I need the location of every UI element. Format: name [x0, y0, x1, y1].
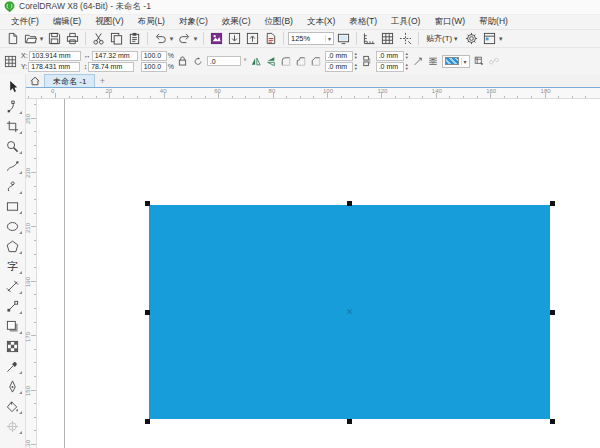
connector-tool[interactable]	[2, 296, 24, 316]
corner-radius-bl-field[interactable]: .0 mm	[325, 62, 353, 72]
scale-fields: 100.0% 100.0%	[141, 51, 174, 72]
freehand-tool[interactable]	[2, 156, 24, 176]
outline-width-select[interactable]: ▾	[442, 55, 470, 68]
corner-radius-br-field[interactable]: .0 mm	[376, 62, 404, 72]
menu-item-11[interactable]: 帮助(H)	[472, 15, 515, 29]
stepper-icon[interactable]: ▲▼	[405, 63, 409, 71]
menu-item-9[interactable]: 工具(O)	[384, 15, 427, 29]
show-grid-icon[interactable]	[379, 31, 396, 47]
horizontal-ruler[interactable]: 020406080100120140160180	[26, 88, 600, 99]
stepper-icon[interactable]: ▲▼	[354, 63, 358, 71]
fill-tool[interactable]	[2, 396, 24, 416]
pick-tool[interactable]	[2, 76, 24, 96]
selection-handle[interactable]	[550, 310, 555, 315]
home-icon[interactable]	[26, 74, 44, 87]
document-tab-bar: 未命名 -1 +	[26, 74, 600, 88]
drawing-canvas[interactable]: ✕	[37, 99, 600, 448]
open-folder-icon[interactable]	[22, 31, 39, 47]
ruler-tick	[341, 96, 342, 98]
object-position-grid-icon[interactable]	[3, 54, 18, 68]
selection-handle[interactable]	[550, 419, 555, 424]
import-icon[interactable]	[226, 31, 243, 47]
show-guidelines-icon[interactable]	[397, 31, 414, 47]
scale-h-field[interactable]: 100.0	[141, 51, 167, 61]
edit-corners-together-icon[interactable]	[361, 56, 373, 67]
menu-item-2[interactable]: 视图(V)	[88, 15, 130, 29]
application-launcher-icon[interactable]	[481, 31, 498, 47]
print-icon[interactable]	[64, 31, 81, 47]
zoom-tool[interactable]	[2, 136, 24, 156]
menu-item-6[interactable]: 位图(B)	[258, 15, 300, 29]
save-icon[interactable]	[46, 31, 63, 47]
snap-to-dropdown[interactable]: 贴齐(T)▾	[423, 31, 462, 46]
ruler-label: 0	[51, 88, 54, 94]
scalloped-corner-icon[interactable]	[295, 56, 307, 67]
corner-radius-tr-field[interactable]: .0 mm	[376, 51, 404, 61]
menu-item-0[interactable]: 文件(F)	[4, 15, 46, 29]
x-position-field[interactable]: 103.914 mm	[29, 51, 81, 61]
ellipse-tool[interactable]	[2, 216, 24, 236]
menu-item-4[interactable]: 对象(C)	[172, 15, 215, 29]
text-tool[interactable]: 字	[2, 256, 24, 276]
selection-handle[interactable]	[347, 419, 352, 424]
object-width-field[interactable]: 147.32 mm	[92, 51, 138, 61]
rotation-angle-field[interactable]: .0	[207, 56, 241, 66]
copy-icon[interactable]	[108, 31, 125, 47]
mirror-horizontal-icon[interactable]	[250, 56, 262, 67]
drop-shadow-tool[interactable]	[2, 316, 24, 336]
chamfered-corner-icon[interactable]	[310, 56, 322, 67]
selection-handle[interactable]	[145, 310, 150, 315]
color-eyedropper-tool[interactable]	[2, 356, 24, 376]
ruler-tick	[41, 96, 42, 98]
zoom-level-select[interactable]: 125%▾	[288, 32, 334, 45]
quick-customize-icon[interactable]	[473, 56, 485, 67]
menu-item-8[interactable]: 表格(T)	[342, 15, 384, 29]
object-height-field[interactable]: 78.74 mm	[88, 62, 134, 72]
menu-item-7[interactable]: 文本(X)	[300, 15, 342, 29]
window-title: CorelDRAW X8 (64-Bit) - 未命名 -1	[19, 1, 151, 13]
rectangle-tool[interactable]	[2, 196, 24, 216]
undo-icon[interactable]	[152, 31, 169, 47]
menu-item-5[interactable]: 效果(C)	[215, 15, 258, 29]
selection-handle[interactable]	[550, 201, 555, 206]
outline-pen-tool[interactable]	[2, 376, 24, 396]
mirror-vertical-icon[interactable]	[265, 56, 277, 67]
ruler-tick	[232, 96, 233, 98]
selection-handle[interactable]	[145, 201, 150, 206]
fullscreen-preview-icon[interactable]	[335, 31, 352, 47]
shape-tool[interactable]	[2, 96, 24, 116]
round-corner-icon[interactable]	[280, 56, 292, 67]
ruler-tick	[31, 118, 36, 119]
stepper-icon[interactable]: ▲▼	[405, 52, 409, 60]
export-icon[interactable]	[244, 31, 261, 47]
polygon-tool[interactable]	[2, 236, 24, 256]
menu-item-1[interactable]: 编辑(E)	[46, 15, 88, 29]
lock-ratio-icon[interactable]	[177, 56, 189, 67]
parallel-dimension-tool[interactable]	[2, 276, 24, 296]
show-rulers-icon[interactable]	[361, 31, 378, 47]
y-position-field[interactable]: 178.431 mm	[28, 62, 80, 72]
corner-radius-tl-field[interactable]: .0 mm	[325, 51, 353, 61]
cut-icon[interactable]	[90, 31, 107, 47]
new-document-icon[interactable]	[4, 31, 21, 47]
interactive-fill-tool[interactable]	[2, 416, 24, 436]
selection-handle[interactable]	[145, 419, 150, 424]
scale-v-field[interactable]: 100.0	[141, 62, 167, 72]
wrap-paragraph-text-icon[interactable]	[427, 56, 439, 67]
options-gear-icon[interactable]	[463, 31, 480, 47]
new-tab-button[interactable]: +	[95, 74, 109, 87]
menu-item-3[interactable]: 布局(L)	[131, 15, 172, 29]
tab-untitled-1[interactable]: 未命名 -1	[44, 74, 95, 87]
crop-tool[interactable]	[2, 116, 24, 136]
search-content-icon[interactable]	[208, 31, 225, 47]
vertical-ruler[interactable]: 250230210190170150130	[26, 99, 37, 448]
paste-icon[interactable]	[126, 31, 143, 47]
artistic-media-tool[interactable]	[2, 176, 24, 196]
stepper-icon[interactable]: ▲▼	[354, 52, 358, 60]
transparency-tool[interactable]	[2, 336, 24, 356]
relative-corner-scaling-icon[interactable]	[412, 56, 424, 67]
publish-pdf-icon[interactable]	[262, 31, 279, 47]
redo-icon[interactable]	[176, 31, 193, 47]
menu-item-10[interactable]: 窗口(W)	[427, 15, 472, 29]
selection-handle[interactable]	[347, 201, 352, 206]
